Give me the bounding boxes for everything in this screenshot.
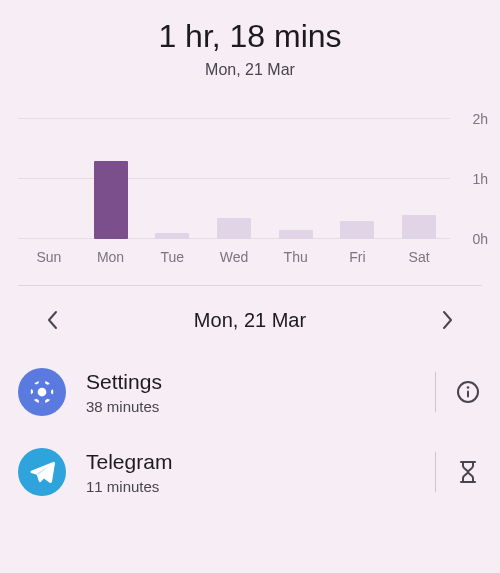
info-button[interactable] <box>454 378 482 406</box>
separator <box>435 452 436 492</box>
chevron-left-icon <box>46 310 58 330</box>
app-row-telegram[interactable]: Telegram 11 minutes <box>18 432 482 512</box>
total-usage: 1 hr, 18 mins <box>0 18 500 55</box>
bar-mon[interactable] <box>80 161 142 239</box>
x-axis-label: Fri <box>327 249 389 265</box>
app-name: Telegram <box>86 450 417 474</box>
bar <box>217 218 251 239</box>
app-row-settings[interactable]: Settings 38 minutes <box>18 352 482 432</box>
bar-tue[interactable] <box>141 233 203 239</box>
bar <box>279 230 313 239</box>
chevron-right-icon <box>442 310 454 330</box>
nav-date: Mon, 21 Mar <box>194 309 306 332</box>
settings-icon <box>18 368 66 416</box>
bar-thu[interactable] <box>265 230 327 239</box>
y-axis-label: 0h <box>472 231 488 247</box>
y-axis-label: 2h <box>472 111 488 127</box>
x-axis-label: Thu <box>265 249 327 265</box>
x-axis-label: Sat <box>388 249 450 265</box>
app-usage-list: Settings 38 minutes Telegram 11 minutes <box>0 352 500 512</box>
date-navigator: Mon, 21 Mar <box>0 286 500 352</box>
svg-point-2 <box>467 386 470 389</box>
bar-sat[interactable] <box>388 215 450 239</box>
usage-header: 1 hr, 18 mins Mon, 21 Mar <box>0 0 500 79</box>
bar-fri[interactable] <box>327 221 389 239</box>
app-usage: 38 minutes <box>86 398 417 415</box>
hourglass-icon <box>458 460 478 484</box>
header-date: Mon, 21 Mar <box>0 61 500 79</box>
x-axis-label: Wed <box>203 249 265 265</box>
usage-chart[interactable]: 0h1h2h SunMonTueWedThuFriSat <box>0 97 500 267</box>
info-icon <box>456 380 480 404</box>
app-name: Settings <box>86 370 417 394</box>
separator <box>435 372 436 412</box>
next-day-button[interactable] <box>436 308 460 332</box>
x-axis-label: Mon <box>80 249 142 265</box>
app-usage: 11 minutes <box>86 478 417 495</box>
bar <box>402 215 436 239</box>
bar <box>94 161 128 239</box>
svg-rect-3 <box>467 391 469 398</box>
bar <box>155 233 189 239</box>
prev-day-button[interactable] <box>40 308 64 332</box>
y-axis-label: 1h <box>472 171 488 187</box>
telegram-icon <box>18 448 66 496</box>
timer-button[interactable] <box>454 458 482 486</box>
bar-wed[interactable] <box>203 218 265 239</box>
x-axis-label: Tue <box>141 249 203 265</box>
x-axis-label: Sun <box>18 249 80 265</box>
bar <box>340 221 374 239</box>
